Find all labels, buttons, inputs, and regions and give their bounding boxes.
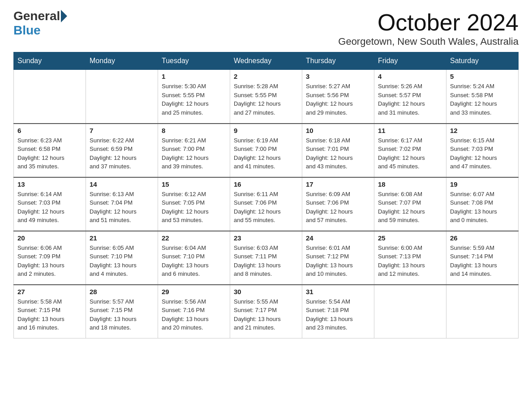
day-info: Sunrise: 5:58 AMSunset: 7:15 PMDaylight:… xyxy=(17,297,82,332)
day-info: Sunrise: 6:00 AMSunset: 7:13 PMDaylight:… xyxy=(378,244,442,278)
day-header-tuesday: Tuesday xyxy=(158,52,230,70)
day-number: 8 xyxy=(162,127,226,134)
calendar-cell: 27Sunrise: 5:58 AMSunset: 7:15 PMDayligh… xyxy=(14,285,86,338)
logo-triangle-icon xyxy=(61,10,67,22)
calendar-cell: 6Sunrise: 6:23 AMSunset: 6:58 PMDaylight… xyxy=(14,124,86,177)
calendar-table: SundayMondayTuesdayWednesdayThursdayFrid… xyxy=(13,52,519,338)
location-subtitle: Georgetown, New South Wales, Australia xyxy=(338,36,519,47)
day-number: 22 xyxy=(162,234,226,242)
day-number: 31 xyxy=(306,288,370,295)
calendar-cell: 1Sunrise: 5:30 AMSunset: 5:55 PMDaylight… xyxy=(158,70,230,124)
day-info: Sunrise: 6:03 AMSunset: 7:11 PMDaylight:… xyxy=(234,244,298,278)
day-info: Sunrise: 6:21 AMSunset: 7:00 PMDaylight:… xyxy=(162,136,226,171)
calendar-cell: 24Sunrise: 6:01 AMSunset: 7:12 PMDayligh… xyxy=(302,231,374,285)
day-number: 26 xyxy=(450,234,515,242)
day-header-sunday: Sunday xyxy=(14,52,86,70)
day-header-thursday: Thursday xyxy=(302,52,374,70)
calendar-cell: 9Sunrise: 6:19 AMSunset: 7:00 PMDaylight… xyxy=(230,124,302,177)
title-area: October 2024 Georgetown, New South Wales… xyxy=(338,9,519,47)
day-number: 2 xyxy=(234,73,298,80)
calendar-cell: 5Sunrise: 5:24 AMSunset: 5:58 PMDaylight… xyxy=(446,70,519,124)
calendar-cell: 26Sunrise: 5:59 AMSunset: 7:14 PMDayligh… xyxy=(446,231,519,285)
day-header-friday: Friday xyxy=(374,52,446,70)
day-number: 18 xyxy=(378,180,442,188)
calendar-cell: 17Sunrise: 6:09 AMSunset: 7:06 PMDayligh… xyxy=(302,177,374,231)
logo: General Blue xyxy=(13,9,68,38)
day-number: 29 xyxy=(162,288,226,295)
day-info: Sunrise: 6:15 AMSunset: 7:03 PMDaylight:… xyxy=(450,136,515,171)
day-number: 6 xyxy=(17,127,82,134)
calendar-week-row: 1Sunrise: 5:30 AMSunset: 5:55 PMDaylight… xyxy=(14,70,519,124)
day-number: 14 xyxy=(90,180,154,188)
day-number: 28 xyxy=(90,288,154,295)
day-number: 3 xyxy=(306,73,370,80)
calendar-cell: 18Sunrise: 6:08 AMSunset: 7:07 PMDayligh… xyxy=(374,177,446,231)
day-number: 30 xyxy=(234,288,298,295)
day-number: 20 xyxy=(17,234,82,242)
day-number: 19 xyxy=(450,180,515,188)
calendar-cell: 14Sunrise: 6:13 AMSunset: 7:04 PMDayligh… xyxy=(86,177,158,231)
calendar-cell: 11Sunrise: 6:17 AMSunset: 7:02 PMDayligh… xyxy=(374,124,446,177)
day-info: Sunrise: 6:19 AMSunset: 7:00 PMDaylight:… xyxy=(234,136,298,171)
calendar-cell xyxy=(14,70,86,124)
day-number: 25 xyxy=(378,234,442,242)
day-number: 13 xyxy=(17,180,82,188)
calendar-cell: 19Sunrise: 6:07 AMSunset: 7:08 PMDayligh… xyxy=(446,177,519,231)
day-number: 16 xyxy=(234,180,298,188)
day-number: 21 xyxy=(90,234,154,242)
calendar-cell: 7Sunrise: 6:22 AMSunset: 6:59 PMDaylight… xyxy=(86,124,158,177)
day-info: Sunrise: 5:56 AMSunset: 7:16 PMDaylight:… xyxy=(162,297,226,332)
day-number: 1 xyxy=(162,73,226,80)
day-number: 9 xyxy=(234,127,298,134)
day-info: Sunrise: 5:27 AMSunset: 5:56 PMDaylight:… xyxy=(306,82,370,117)
day-info: Sunrise: 5:24 AMSunset: 5:58 PMDaylight:… xyxy=(450,82,515,117)
day-info: Sunrise: 5:26 AMSunset: 5:57 PMDaylight:… xyxy=(378,82,442,117)
day-info: Sunrise: 6:08 AMSunset: 7:07 PMDaylight:… xyxy=(378,190,442,225)
header: General Blue October 2024 Georgetown, Ne… xyxy=(13,9,519,47)
day-info: Sunrise: 5:28 AMSunset: 5:55 PMDaylight:… xyxy=(234,82,298,117)
calendar-week-row: 27Sunrise: 5:58 AMSunset: 7:15 PMDayligh… xyxy=(14,285,519,338)
day-info: Sunrise: 5:55 AMSunset: 7:17 PMDaylight:… xyxy=(234,297,298,332)
day-info: Sunrise: 6:07 AMSunset: 7:08 PMDaylight:… xyxy=(450,190,515,225)
calendar-week-row: 20Sunrise: 6:06 AMSunset: 7:09 PMDayligh… xyxy=(14,231,519,285)
calendar-cell: 16Sunrise: 6:11 AMSunset: 7:06 PMDayligh… xyxy=(230,177,302,231)
day-info: Sunrise: 6:04 AMSunset: 7:10 PMDaylight:… xyxy=(162,244,226,278)
day-info: Sunrise: 6:09 AMSunset: 7:06 PMDaylight:… xyxy=(306,190,370,225)
calendar-cell: 21Sunrise: 6:05 AMSunset: 7:10 PMDayligh… xyxy=(86,231,158,285)
day-info: Sunrise: 6:23 AMSunset: 6:58 PMDaylight:… xyxy=(17,136,82,171)
day-info: Sunrise: 6:13 AMSunset: 7:04 PMDaylight:… xyxy=(90,190,154,225)
day-number: 10 xyxy=(306,127,370,134)
calendar-week-row: 13Sunrise: 6:14 AMSunset: 7:03 PMDayligh… xyxy=(14,177,519,231)
calendar-cell xyxy=(374,285,446,338)
calendar-cell: 2Sunrise: 5:28 AMSunset: 5:55 PMDaylight… xyxy=(230,70,302,124)
day-number: 23 xyxy=(234,234,298,242)
day-info: Sunrise: 6:18 AMSunset: 7:01 PMDaylight:… xyxy=(306,136,370,171)
calendar-cell: 8Sunrise: 6:21 AMSunset: 7:00 PMDaylight… xyxy=(158,124,230,177)
day-header-saturday: Saturday xyxy=(446,52,519,70)
day-info: Sunrise: 6:01 AMSunset: 7:12 PMDaylight:… xyxy=(306,244,370,278)
day-header-wednesday: Wednesday xyxy=(230,52,302,70)
calendar-week-row: 6Sunrise: 6:23 AMSunset: 6:58 PMDaylight… xyxy=(14,124,519,177)
day-number: 11 xyxy=(378,127,442,134)
calendar-cell: 25Sunrise: 6:00 AMSunset: 7:13 PMDayligh… xyxy=(374,231,446,285)
day-info: Sunrise: 6:05 AMSunset: 7:10 PMDaylight:… xyxy=(90,244,154,278)
calendar-cell: 31Sunrise: 5:54 AMSunset: 7:18 PMDayligh… xyxy=(302,285,374,338)
main-title: October 2024 xyxy=(338,9,519,36)
calendar-cell: 4Sunrise: 5:26 AMSunset: 5:57 PMDaylight… xyxy=(374,70,446,124)
day-info: Sunrise: 5:54 AMSunset: 7:18 PMDaylight:… xyxy=(306,297,370,332)
day-info: Sunrise: 5:57 AMSunset: 7:15 PMDaylight:… xyxy=(90,297,154,332)
day-info: Sunrise: 6:12 AMSunset: 7:05 PMDaylight:… xyxy=(162,190,226,225)
day-info: Sunrise: 6:06 AMSunset: 7:09 PMDaylight:… xyxy=(17,244,82,278)
day-info: Sunrise: 6:17 AMSunset: 7:02 PMDaylight:… xyxy=(378,136,442,171)
day-number: 5 xyxy=(450,73,515,80)
logo-blue: Blue xyxy=(13,23,41,37)
calendar-cell xyxy=(446,285,519,338)
calendar-header-row: SundayMondayTuesdayWednesdayThursdayFrid… xyxy=(14,52,519,70)
calendar-cell xyxy=(86,70,158,124)
calendar-cell: 20Sunrise: 6:06 AMSunset: 7:09 PMDayligh… xyxy=(14,231,86,285)
day-header-monday: Monday xyxy=(86,52,158,70)
calendar-cell: 28Sunrise: 5:57 AMSunset: 7:15 PMDayligh… xyxy=(86,285,158,338)
day-number: 15 xyxy=(162,180,226,188)
calendar-cell: 30Sunrise: 5:55 AMSunset: 7:17 PMDayligh… xyxy=(230,285,302,338)
calendar-cell: 29Sunrise: 5:56 AMSunset: 7:16 PMDayligh… xyxy=(158,285,230,338)
